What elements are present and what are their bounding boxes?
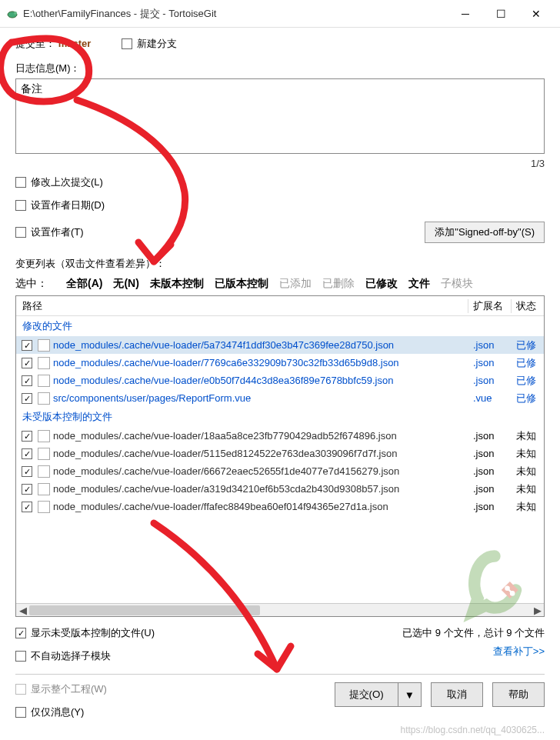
- svg-point-1: [14, 12, 17, 15]
- file-status: 已修: [512, 338, 544, 352]
- close-button[interactable]: ✕: [518, 2, 554, 26]
- changes-label: 变更列表（双击文件查看差异）：: [15, 257, 545, 271]
- file-checkbox[interactable]: [22, 375, 32, 386]
- separator: [15, 674, 545, 675]
- scroll-right-icon[interactable]: ▶: [531, 604, 544, 616]
- view-patch-link[interactable]: 查看补丁>>: [402, 645, 545, 658]
- file-checkbox[interactable]: [22, 431, 32, 442]
- file-list-header: 路径 扩展名 状态: [16, 296, 544, 316]
- file-path: node_modules/.cache/vue-loader/e0b50f7d4…: [53, 375, 468, 386]
- file-icon: [38, 465, 50, 478]
- file-ext: .json: [468, 375, 512, 386]
- file-icon: [38, 392, 50, 405]
- file-ext: .json: [468, 501, 512, 512]
- file-ext: .json: [468, 483, 512, 495]
- file-row[interactable]: node_modules/.cache/vue-loader/5115ed812…: [16, 445, 544, 462]
- file-ext: .json: [468, 430, 512, 442]
- file-checkbox[interactable]: [22, 484, 32, 495]
- filter-none[interactable]: 无(N): [113, 277, 138, 291]
- file-ext: .vue: [468, 392, 512, 404]
- col-ext-header[interactable]: 扩展名: [468, 299, 512, 313]
- filter-versioned[interactable]: 已版本控制: [215, 277, 268, 291]
- log-message-input[interactable]: [15, 78, 545, 154]
- file-ext: .json: [468, 465, 512, 477]
- message-only-checkbox[interactable]: [15, 707, 26, 718]
- file-status: 未知: [512, 465, 544, 478]
- filter-files[interactable]: 文件: [408, 277, 430, 291]
- filter-submodules[interactable]: 子模块: [441, 277, 473, 291]
- signed-off-button[interactable]: 添加"Signed-off-by"(S): [425, 222, 545, 243]
- file-checkbox[interactable]: [22, 340, 32, 351]
- file-ext: .json: [468, 448, 512, 459]
- no-auto-submod-label: 不自动选择子模块: [31, 649, 111, 663]
- file-status: 已修: [512, 374, 544, 388]
- file-path: node_modules/.cache/vue-loader/ffafec884…: [53, 501, 468, 512]
- no-auto-submod-checkbox[interactable]: [15, 651, 26, 662]
- horizontal-scrollbar[interactable]: ◀ ▶: [16, 603, 544, 616]
- group-unversioned: 未受版本控制的文件: [16, 407, 544, 427]
- file-checkbox[interactable]: [22, 393, 32, 404]
- filter-deleted[interactable]: 已删除: [322, 277, 355, 291]
- tortoise-icon: [6, 8, 18, 20]
- new-branch-label: 新建分支: [137, 37, 177, 51]
- author-date-checkbox[interactable]: [15, 200, 26, 211]
- set-author-label: 设置作者(T): [31, 225, 84, 239]
- filter-unversioned[interactable]: 未版本控制: [150, 277, 204, 291]
- show-whole-project-checkbox: [15, 684, 26, 695]
- filter-all[interactable]: 全部(A): [66, 277, 102, 291]
- file-checkbox[interactable]: [22, 466, 32, 477]
- new-branch-checkbox[interactable]: [122, 38, 132, 49]
- file-list[interactable]: 路径 扩展名 状态 修改的文件 node_modules/.cache/vue-…: [15, 295, 545, 617]
- file-ext: .json: [468, 339, 512, 351]
- window-titlebar: E:\other\FamilyFinances - 提交 - TortoiseG…: [0, 0, 560, 28]
- file-row[interactable]: node_modules/.cache/vue-loader/7769ca6e3…: [16, 354, 544, 372]
- file-status: 未知: [512, 500, 544, 514]
- window-title: E:\other\FamilyFinances - 提交 - TortoiseG…: [23, 7, 448, 21]
- file-row[interactable]: node_modules/.cache/vue-loader/ffafec884…: [16, 498, 544, 515]
- file-checkbox[interactable]: [22, 448, 32, 459]
- show-unversioned-checkbox[interactable]: [15, 628, 26, 638]
- col-status-header[interactable]: 状态: [512, 299, 544, 313]
- set-author-checkbox[interactable]: [15, 227, 26, 238]
- file-status: 未知: [512, 447, 544, 461]
- char-count: 1/3: [531, 158, 545, 169]
- author-date-label: 设置作者日期(D): [31, 198, 105, 212]
- filter-modified[interactable]: 已修改: [365, 277, 398, 291]
- file-checkbox[interactable]: [22, 358, 32, 368]
- file-path: node_modules/.cache/vue-loader/66672eaec…: [53, 465, 468, 477]
- scroll-left-icon[interactable]: ◀: [16, 604, 29, 616]
- file-row[interactable]: node_modules/.cache/vue-loader/18aa5a8ce…: [16, 427, 544, 445]
- commit-button[interactable]: 提交(O): [335, 682, 398, 707]
- show-unversioned-label: 显示未受版本控制的文件(U): [31, 626, 155, 640]
- file-icon: [38, 448, 50, 460]
- file-icon: [38, 483, 50, 495]
- cancel-button[interactable]: 取消: [431, 682, 483, 707]
- show-whole-project-label: 显示整个工程(W): [31, 682, 107, 696]
- help-button[interactable]: 帮助: [492, 682, 545, 707]
- file-row[interactable]: node_modules/.cache/vue-loader/e0b50f7d4…: [16, 372, 544, 389]
- commit-dropdown[interactable]: ▼: [398, 682, 422, 707]
- file-icon: [38, 501, 50, 513]
- file-row[interactable]: node_modules/.cache/vue-loader/a319d3421…: [16, 480, 544, 498]
- commit-to-row: 提交至： master 新建分支: [15, 37, 545, 51]
- amend-label: 修改上次提交(L): [31, 175, 103, 189]
- file-path: node_modules/.cache/vue-loader/7769ca6e3…: [53, 357, 468, 368]
- branch-name[interactable]: master: [58, 38, 92, 49]
- file-row[interactable]: src/components/user/pages/ReportForm.vue…: [16, 389, 544, 407]
- file-row[interactable]: node_modules/.cache/vue-loader/66672eaec…: [16, 462, 544, 480]
- file-icon: [38, 357, 50, 369]
- file-path: node_modules/.cache/vue-loader/18aa5a8ce…: [53, 430, 468, 442]
- file-path: node_modules/.cache/vue-loader/5a73474f1…: [53, 339, 468, 351]
- selected-label: 选中：: [15, 277, 48, 291]
- file-checkbox[interactable]: [22, 502, 32, 512]
- file-ext: .json: [468, 357, 512, 368]
- col-path-header[interactable]: 路径: [16, 299, 468, 313]
- file-path: src/components/user/pages/ReportForm.vue: [53, 392, 468, 404]
- file-row[interactable]: node_modules/.cache/vue-loader/5a73474f1…: [16, 336, 544, 354]
- amend-checkbox[interactable]: [15, 177, 26, 188]
- minimize-button[interactable]: ─: [448, 2, 483, 26]
- filter-added[interactable]: 已添加: [279, 277, 312, 291]
- file-icon: [38, 339, 50, 352]
- commit-to-label: 提交至：: [15, 38, 55, 49]
- maximize-button[interactable]: ☐: [483, 2, 518, 26]
